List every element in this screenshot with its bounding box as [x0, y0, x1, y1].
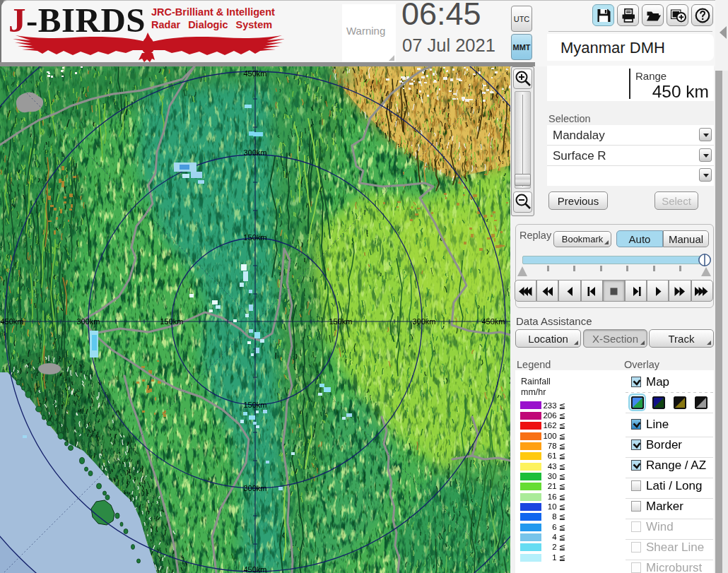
svg-text:150km: 150km	[160, 317, 183, 326]
svg-text:300km: 300km	[243, 148, 266, 157]
svg-text:450km: 450km	[243, 565, 266, 573]
svg-text:300km: 300km	[412, 317, 435, 326]
svg-text:150km: 150km	[329, 317, 352, 326]
svg-text:150km: 150km	[243, 401, 266, 409]
svg-text:450km: 450km	[243, 69, 266, 78]
svg-text:300km: 300km	[243, 484, 266, 492]
svg-text:150km: 150km	[243, 233, 266, 242]
svg-text:450km: 450km	[0, 317, 23, 326]
svg-text:300km: 300km	[76, 317, 100, 326]
svg-text:450km: 450km	[481, 317, 505, 326]
